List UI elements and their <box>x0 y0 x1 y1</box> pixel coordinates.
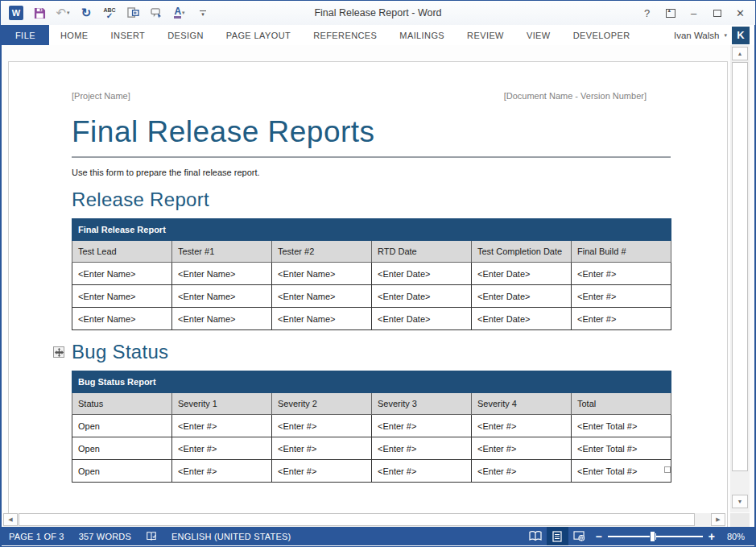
callout-pointer-icon[interactable] <box>147 4 165 22</box>
column-header[interactable]: Status <box>72 393 172 415</box>
word-logo-icon[interactable]: W <box>7 4 25 22</box>
minimize-button[interactable]: – <box>682 3 705 23</box>
zoom-out-button[interactable]: − <box>590 530 608 543</box>
table-cell[interactable]: <Enter #> <box>372 460 472 483</box>
table-cell[interactable]: <Enter #> <box>372 437 472 460</box>
table-cell[interactable]: <Enter Date> <box>372 263 472 285</box>
table-cell[interactable]: <Enter #> <box>472 415 572 437</box>
tab-home[interactable]: HOME <box>49 25 100 45</box>
table-cell[interactable]: <Enter #> <box>472 460 572 483</box>
horizontal-scroll-thumb[interactable] <box>19 513 695 526</box>
close-button[interactable]: ✕ <box>729 3 752 23</box>
redo-button[interactable]: ↻ <box>77 4 95 22</box>
table-cell[interactable]: <Enter #> <box>272 437 372 460</box>
read-mode-icon[interactable] <box>525 527 547 545</box>
table-cell[interactable]: <Enter Total #> <box>572 460 671 483</box>
table-cell[interactable]: Open <box>72 437 172 460</box>
scroll-up-icon[interactable]: ▲ <box>732 47 748 60</box>
undo-button[interactable]: ↶▾ <box>54 4 72 22</box>
language-indicator[interactable]: ENGLISH (UNITED STATES) <box>164 527 298 545</box>
word-count[interactable]: 357 WORDS <box>72 527 138 545</box>
heading-bug-status[interactable]: Bug Status <box>72 341 671 363</box>
avatar[interactable]: K <box>732 27 750 44</box>
tab-references[interactable]: REFERENCES <box>302 25 388 45</box>
zoom-slider[interactable] <box>608 536 703 537</box>
tab-insert[interactable]: INSERT <box>100 25 157 45</box>
table-cell[interactable]: Open <box>72 415 172 437</box>
table-cell[interactable]: <Enter Name> <box>172 308 272 330</box>
table-cell[interactable]: <Enter #> <box>572 285 671 308</box>
tab-design[interactable]: DESIGN <box>156 25 215 45</box>
table-cell[interactable]: <Enter Name> <box>72 263 172 285</box>
table-cell[interactable]: <Enter Date> <box>372 308 472 330</box>
column-header[interactable]: Final Build # <box>572 241 671 263</box>
table-resize-handle[interactable] <box>664 466 671 473</box>
table-cell[interactable]: <Enter #> <box>272 460 372 483</box>
tab-developer[interactable]: DEVELOPER <box>562 25 642 45</box>
tab-page-layout[interactable]: PAGE LAYOUT <box>215 25 302 45</box>
heading-release-report[interactable]: Release Report <box>72 189 671 211</box>
column-header[interactable]: Severity 3 <box>372 393 472 415</box>
customize-qat-icon[interactable]: ▾ <box>194 4 212 22</box>
table-move-handle-icon[interactable] <box>53 346 64 358</box>
table-cell[interactable]: <Enter #> <box>572 308 671 330</box>
table-cell[interactable]: <Enter Total #> <box>572 415 671 437</box>
table-cell[interactable]: <Enter #> <box>572 263 671 285</box>
ribbon-display-options-button[interactable] <box>659 3 682 23</box>
vertical-scroll-thumb[interactable] <box>732 62 748 471</box>
document-page[interactable]: [Project Name] [Document Name - Version … <box>8 61 728 527</box>
table-cell[interactable]: <Enter #> <box>372 415 472 437</box>
table-cell[interactable]: <Enter #> <box>172 437 272 460</box>
table-title[interactable]: Bug Status Report <box>72 371 671 393</box>
maximize-button[interactable] <box>705 3 729 23</box>
zoom-in-button[interactable]: + <box>703 530 721 543</box>
column-header[interactable]: Severity 4 <box>472 393 572 415</box>
table-cell[interactable]: <Enter Name> <box>272 308 372 330</box>
header-document-name[interactable]: [Document Name - Version Number] <box>504 91 647 101</box>
scroll-down-icon[interactable]: ▼ <box>732 495 748 508</box>
column-header[interactable]: Test Completion Date <box>472 241 572 263</box>
table-cell[interactable]: <Enter Name> <box>72 308 172 330</box>
web-layout-icon[interactable] <box>568 527 590 545</box>
tab-file[interactable]: FILE <box>2 25 49 45</box>
table-title[interactable]: Final Release Report <box>72 219 671 241</box>
undo-dropdown-icon[interactable]: ▾ <box>67 10 70 16</box>
column-header[interactable]: Test Lead <box>72 241 172 263</box>
print-layout-icon[interactable] <box>547 527 568 545</box>
column-header[interactable]: Tester #2 <box>272 241 372 263</box>
spelling-grammar-icon[interactable]: ABC✓ <box>101 4 118 22</box>
table-cell[interactable]: <Enter Name> <box>172 263 272 285</box>
column-header[interactable]: Total <box>572 393 671 415</box>
table-cell[interactable]: <Enter Name> <box>172 285 272 308</box>
table-cell[interactable]: <Enter Date> <box>472 308 572 330</box>
table-cell[interactable]: <Enter Name> <box>272 263 372 285</box>
header-project-name[interactable]: [Project Name] <box>72 91 130 101</box>
table-cell[interactable]: <Enter Date> <box>472 263 572 285</box>
tab-mailings[interactable]: MAILINGS <box>388 25 456 45</box>
table-cell[interactable]: <Enter Name> <box>72 285 172 308</box>
column-header[interactable]: RTD Date <box>372 241 472 263</box>
table-cell[interactable]: <Enter #> <box>472 437 572 460</box>
column-header[interactable]: Tester #1 <box>172 241 272 263</box>
account-dropdown-icon[interactable]: ▾ <box>724 32 727 39</box>
horizontal-scrollbar[interactable]: ◀ ▶ <box>3 513 725 527</box>
table-cell[interactable]: <Enter #> <box>172 415 272 437</box>
font-styling-icon[interactable]: A▾ <box>171 4 188 22</box>
vertical-scrollbar[interactable]: ▲ ▼ <box>730 45 750 512</box>
document-window-icon[interactable] <box>124 4 142 22</box>
tab-review[interactable]: REVIEW <box>456 25 515 45</box>
scroll-right-icon[interactable]: ▶ <box>711 513 725 526</box>
table-cell[interactable]: <Enter Date> <box>372 285 472 308</box>
proofing-icon[interactable] <box>138 527 164 545</box>
table-cell[interactable]: <Enter Date> <box>472 285 572 308</box>
document-title[interactable]: Final Release Reports <box>72 115 671 149</box>
table-cell[interactable]: <Enter #> <box>272 415 372 437</box>
save-icon[interactable] <box>31 4 48 22</box>
scroll-left-icon[interactable]: ◀ <box>3 513 18 526</box>
user-name[interactable]: Ivan Walsh <box>674 31 719 40</box>
table-cell[interactable]: <Enter #> <box>172 460 272 483</box>
tab-view[interactable]: VIEW <box>515 25 562 45</box>
column-header[interactable]: Severity 2 <box>272 393 372 415</box>
table-cell[interactable]: Open <box>72 460 172 483</box>
page-indicator[interactable]: PAGE 1 OF 3 <box>2 527 72 545</box>
